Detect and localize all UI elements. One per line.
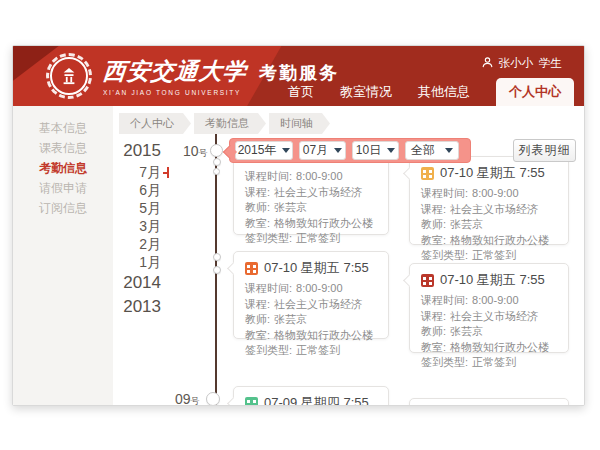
pavilion-glyph: [60, 67, 78, 85]
calendar-icon: [421, 167, 434, 180]
card-field: 课程时间:8:00-9:00: [245, 281, 377, 297]
sidebar-item-leave-request[interactable]: 请假申请: [13, 178, 113, 198]
card-field: 签到类型:正常签到: [421, 248, 557, 264]
sidebar-item-basic-info[interactable]: 基本信息: [13, 118, 113, 138]
chevron-down-icon: [334, 148, 342, 153]
timeline-node-big-bottom: [206, 392, 220, 405]
university-logo-icon: [50, 57, 88, 95]
user-icon: [482, 57, 493, 70]
type-dropdown[interactable]: 全部: [405, 141, 459, 160]
main-nav: 首页 教室情况 其他信息 个人中心: [288, 78, 574, 106]
axis-month-may[interactable]: 5月: [113, 199, 161, 217]
user-name: 张小小: [499, 56, 534, 71]
sidebar-item-schedule-info[interactable]: 课表信息: [13, 138, 113, 158]
card-field: 课程:社会主义市场经济: [245, 185, 377, 201]
sidebar-item-attendance-info[interactable]: 考勤信息: [13, 158, 113, 178]
day-dropdown-value: 10日: [356, 142, 381, 159]
timeline-node-small-3: [213, 253, 221, 261]
breadcrumb: 个人中心 考勤信息 时间轴: [119, 113, 330, 134]
card-field: 教师:张芸京: [245, 312, 377, 328]
app-header: 西安交通大学 考勤服务 XI'AN JIAO TONG UNIVERSITY 张…: [13, 46, 584, 106]
calendar-icon: [421, 274, 434, 287]
filter-bar: 2015年 07月 10日 全部: [229, 138, 471, 163]
card-field: 教师:张芸京: [245, 200, 377, 216]
attendance-card: 07-10 星期五 7:55 课程时间:8:00-9:00 课程:社会主义市场经…: [233, 251, 389, 339]
list-detail-button[interactable]: 列表明细: [513, 139, 576, 162]
card-field: 教室:格物致知行政办公楼: [245, 216, 377, 232]
axis-month-jan[interactable]: 1月: [113, 253, 161, 271]
calendar-icon: [245, 262, 258, 275]
app-window: 西安交通大学 考勤服务 XI'AN JIAO TONG UNIVERSITY 张…: [12, 45, 585, 406]
card-field: 课程时间:8:00-9:00: [245, 169, 377, 185]
breadcrumb-item-timeline[interactable]: 时间轴: [269, 113, 330, 134]
attendance-card-partial: [409, 398, 569, 405]
card-field: 签到类型:正常签到: [245, 231, 377, 247]
page: 西安交通大学 考勤服务 XI'AN JIAO TONG UNIVERSITY 张…: [0, 0, 600, 450]
timeline-node-small-2: [213, 168, 220, 175]
card-field: 教室:格物致知行政办公楼: [421, 233, 557, 249]
content-area: 基本信息 课表信息 考勤信息 请假申请 订阅信息 个人中心 考勤信息 时间轴 2…: [13, 106, 584, 405]
card-field: 课程:社会主义市场经济: [421, 202, 557, 218]
sidebar-item-subscription-info[interactable]: 订阅信息: [13, 198, 113, 218]
day-label-09: 09号: [175, 391, 200, 405]
card-field: 教师:张芸京: [421, 324, 557, 340]
axis-month-mar[interactable]: 3月: [113, 217, 161, 235]
card-field: 签到类型:正常签到: [245, 343, 377, 359]
user-role: 学生: [539, 56, 562, 71]
card-title: 07-10 星期五 7:55: [440, 271, 545, 289]
nav-item-other-info[interactable]: 其他信息: [418, 78, 470, 106]
timeline-node-small-1: [213, 158, 221, 166]
card-title: 07-10 星期五 7:55: [440, 164, 545, 182]
card-title: 07-10 星期五 7:55: [264, 259, 369, 277]
attendance-card: 07-10 星期五 7:55 课程时间:8:00-9:00 课程:社会主义市场经…: [409, 263, 569, 353]
nav-tab-personal-center[interactable]: 个人中心: [496, 78, 574, 106]
breadcrumb-item-personal-center[interactable]: 个人中心: [119, 113, 191, 134]
card-title: 07-09 星期四 7:55: [264, 394, 369, 405]
month-dropdown-value: 07月: [303, 142, 328, 159]
axis-month-feb[interactable]: 2月: [113, 235, 161, 253]
timeline-node-small-4: [213, 266, 221, 274]
chevron-down-icon: [282, 148, 290, 153]
axis-year-2014[interactable]: 2014: [113, 271, 161, 295]
card-field: 课程:社会主义市场经济: [421, 309, 557, 325]
university-name: 西安交通大学: [102, 56, 249, 87]
nav-item-home[interactable]: 首页: [288, 78, 314, 106]
current-month-marker-icon: [163, 167, 169, 178]
chevron-down-icon: [445, 148, 453, 153]
axis-month-jun[interactable]: 6月: [113, 181, 161, 199]
calendar-icon: [245, 397, 258, 406]
card-field: 课程时间:8:00-9:00: [421, 186, 557, 202]
axis-year-2015[interactable]: 2015: [113, 139, 161, 163]
card-field: 教室:格物致知行政办公楼: [245, 328, 377, 344]
card-field: 签到类型:正常签到: [421, 355, 557, 371]
card-field: 教师:张芸京: [421, 217, 557, 233]
year-dropdown[interactable]: 2015年: [235, 141, 293, 160]
breadcrumb-item-attendance-info[interactable]: 考勤信息: [194, 113, 266, 134]
axis-year-2013[interactable]: 2013: [113, 295, 161, 319]
card-field: 教室:格物致知行政办公楼: [421, 340, 557, 356]
user-info[interactable]: 张小小 学生: [482, 56, 563, 71]
axis-month-jul[interactable]: 7月: [113, 163, 161, 181]
card-field: 课程:社会主义市场经济: [245, 297, 377, 313]
month-dropdown[interactable]: 07月: [299, 141, 346, 160]
chevron-down-icon: [387, 148, 395, 153]
timeline-axis: 2015 7月 6月 5月 3月 2月 1月 2014 2013: [113, 139, 161, 319]
sidebar: 基本信息 课表信息 考勤信息 请假申请 订阅信息: [13, 106, 113, 405]
type-dropdown-value: 全部: [411, 142, 435, 159]
nav-item-classrooms[interactable]: 教室情况: [340, 78, 392, 106]
attendance-card-partial: 07-09 星期四 7:55: [233, 386, 389, 405]
card-field: 课程时间:8:00-9:00: [421, 293, 557, 309]
attendance-card: 07-10 星期五 7:55 课程时间:8:00-9:00 课程:社会主义市场经…: [409, 156, 569, 245]
timeline-node-big-top: [210, 144, 223, 157]
day-dropdown[interactable]: 10日: [352, 141, 399, 160]
year-dropdown-value: 2015年: [238, 142, 277, 159]
day-label-10: 10号: [183, 143, 208, 160]
